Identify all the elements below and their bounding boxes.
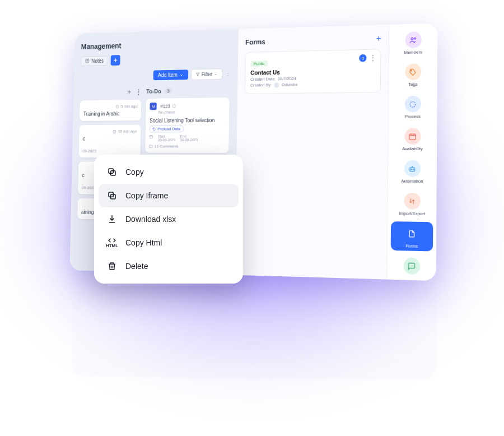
list-item[interactable]: 5 min ago Training in Arabic bbox=[80, 100, 141, 121]
form-more-icon[interactable]: ⋮ bbox=[370, 54, 376, 62]
column-count: 3 bbox=[164, 88, 172, 94]
form-count: 0 bbox=[359, 54, 366, 62]
svg-point-12 bbox=[411, 169, 412, 169]
svg-point-3 bbox=[172, 104, 175, 108]
forms-icon bbox=[404, 225, 421, 242]
svg-point-13 bbox=[413, 169, 413, 169]
notes-button[interactable]: Notes bbox=[81, 55, 108, 66]
ctx-copy-iframe[interactable]: Copy Iframe bbox=[99, 184, 239, 207]
svg-rect-5 bbox=[150, 136, 152, 138]
column-add-icon[interactable]: + bbox=[128, 89, 131, 96]
rail-members[interactable]: Members bbox=[392, 28, 434, 58]
add-item-label: Add Item bbox=[158, 72, 178, 78]
rail-process[interactable]: Process bbox=[392, 92, 434, 121]
rail-forms[interactable]: Forms bbox=[391, 221, 433, 252]
filter-label: Filter bbox=[202, 71, 213, 77]
trash-icon bbox=[106, 261, 118, 272]
public-badge: Public bbox=[250, 61, 268, 67]
download-icon bbox=[106, 214, 118, 225]
task-chip: Preload Data bbox=[150, 126, 184, 132]
task-id: #123 bbox=[160, 104, 170, 109]
svg-point-8 bbox=[411, 69, 412, 71]
rail-tags[interactable]: Tags bbox=[392, 60, 434, 90]
column-more-icon[interactable]: ⋮ bbox=[136, 88, 142, 95]
svg-point-4 bbox=[153, 128, 154, 128]
notes-label: Notes bbox=[91, 58, 104, 64]
rail-automation[interactable]: Automation bbox=[391, 157, 433, 186]
ctx-copy-html[interactable]: HTML Copy Html bbox=[99, 231, 239, 254]
reflection bbox=[71, 279, 437, 380]
task-phase: No phase bbox=[158, 109, 225, 115]
more-icon[interactable]: ⋮ bbox=[225, 71, 231, 77]
forms-title: Forms bbox=[245, 38, 265, 46]
management-title: Management bbox=[81, 39, 231, 51]
tag-icon bbox=[405, 63, 421, 80]
rail-availability[interactable]: Availability bbox=[391, 124, 433, 154]
task-card[interactable]: M #123 No phase Social Listening Tool se… bbox=[145, 98, 230, 153]
form-card[interactable]: 0 ⋮ Public Contact Us Created Date: 26/7… bbox=[245, 49, 381, 94]
robot-icon bbox=[404, 160, 420, 177]
list-item[interactable]: 10 min ago c 09-2023 bbox=[78, 124, 141, 157]
svg-point-7 bbox=[414, 38, 416, 39]
context-menu: Copy Copy Iframe Download xlsx HTML Copy… bbox=[94, 155, 243, 284]
rail-import-export[interactable]: Import/Export bbox=[391, 189, 433, 219]
svg-point-6 bbox=[411, 38, 413, 40]
calendar-icon bbox=[404, 128, 421, 145]
html-icon: HTML bbox=[106, 237, 118, 248]
members-icon bbox=[405, 31, 421, 48]
filter-button[interactable]: Filter bbox=[191, 68, 222, 80]
copy-icon bbox=[106, 190, 118, 201]
rail-extra[interactable] bbox=[390, 254, 433, 279]
ctx-copy[interactable]: Copy bbox=[99, 160, 239, 184]
creator-avatar bbox=[274, 82, 279, 88]
task-avatar: M bbox=[150, 103, 156, 110]
ctx-delete[interactable]: Delete bbox=[99, 254, 239, 278]
copy-icon bbox=[106, 166, 118, 178]
add-form-button[interactable]: + bbox=[376, 34, 381, 44]
forms-panel: Forms + 0 ⋮ Public Contact Us Created Da… bbox=[235, 25, 389, 280]
ctx-download-xlsx[interactable]: Download xlsx bbox=[99, 207, 239, 231]
add-item-button[interactable]: Add Item bbox=[153, 69, 188, 80]
process-icon bbox=[404, 96, 421, 113]
right-rail: Members Tags Process Availability bbox=[386, 23, 437, 281]
column-name: To-Do bbox=[146, 88, 161, 95]
add-square-button[interactable] bbox=[111, 55, 120, 66]
svg-point-9 bbox=[410, 101, 416, 107]
import-export-icon bbox=[404, 193, 420, 210]
task-title: Social Listening Tool selection bbox=[150, 117, 225, 123]
svg-rect-10 bbox=[409, 134, 416, 140]
chat-icon bbox=[403, 257, 420, 275]
